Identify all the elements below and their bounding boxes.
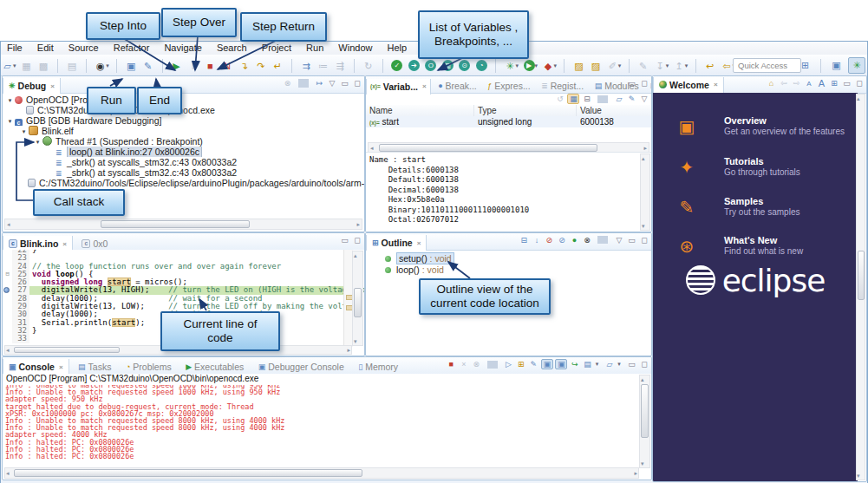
- tree-row-frame-loop[interactable]: ≣loop() at Blink.ino:27 0x800026c: [3, 147, 364, 157]
- reduce-font-icon[interactable]: A: [804, 80, 814, 88]
- menu-source[interactable]: Source: [62, 42, 105, 54]
- view-menu-icon[interactable]: ▽: [614, 236, 624, 245]
- show-on-output-icon[interactable]: ▷: [503, 360, 513, 369]
- menu-navigate[interactable]: Navigate: [158, 42, 207, 54]
- quick-access-field[interactable]: Quick Access: [733, 58, 801, 73]
- sort-icon[interactable]: ↓: [532, 236, 542, 245]
- suspend-icon[interactable]: ‖: [187, 59, 199, 73]
- console-vscrollbar[interactable]: ▴ ▾: [639, 375, 650, 468]
- next-annotation-icon[interactable]: ↧: [655, 59, 666, 73]
- collapse-all-icon[interactable]: ⊟: [582, 95, 592, 103]
- fold-marker-icon[interactable]: ⊟: [3, 271, 12, 278]
- step-return-icon[interactable]: ↵: [272, 59, 284, 73]
- verify-sketch-icon[interactable]: ✓: [391, 60, 402, 71]
- outline-item-loop[interactable]: loop() : void: [366, 264, 651, 276]
- debug-config-icon[interactable]: ◉: [95, 59, 106, 73]
- step-into-icon[interactable]: ↴: [238, 59, 250, 73]
- welcome-vscrollbar[interactable]: ▴ ▾: [856, 94, 865, 480]
- close-icon[interactable]: ×: [62, 240, 67, 248]
- word-wrap-icon[interactable]: ✎: [528, 360, 538, 369]
- forward-icon[interactable]: ⇨: [791, 79, 801, 88]
- collapse-all-icon[interactable]: ⊟: [519, 236, 529, 245]
- maximize-icon[interactable]: ◻: [854, 79, 865, 88]
- show-console-when-stderr-icon[interactable]: ▣: [555, 359, 567, 369]
- new-watch-icon[interactable]: ▱: [614, 95, 624, 103]
- terminate-icon[interactable]: ■: [446, 360, 456, 369]
- maximize-icon[interactable]: ◻: [639, 360, 649, 369]
- open-folder-icon[interactable]: ▨: [573, 59, 584, 73]
- tree-row-gcc-path[interactable]: C:/STM32duino/Tools/Eclipse/eclipse/ardu…: [3, 178, 364, 188]
- show-console-when-stdout-icon[interactable]: ▣: [541, 359, 553, 369]
- variable-details-pane[interactable]: Name : start Details:6000138 Default:600…: [366, 153, 651, 225]
- new-caret-icon[interactable]: ▾: [13, 62, 16, 69]
- remove-terminated-icon[interactable]: ⊗: [282, 79, 292, 88]
- tab-debugger-console[interactable]: ▣Debugger Console: [253, 359, 349, 375]
- tab-registers[interactable]: ≣Regist...: [538, 78, 587, 94]
- disconnect-icon[interactable]: N: [221, 59, 232, 73]
- remove-launch-icon[interactable]: ×: [459, 360, 469, 369]
- maximize-icon[interactable]: ◻: [352, 79, 362, 88]
- terminate-icon[interactable]: ■: [205, 59, 216, 73]
- column-value[interactable]: Value: [577, 105, 649, 116]
- resume-icon[interactable]: ▶: [171, 59, 182, 73]
- menu-window[interactable]: Window: [332, 42, 378, 54]
- remove-all-launches-icon[interactable]: ⊗: [471, 360, 481, 369]
- resource-perspective-icon[interactable]: ▣: [829, 58, 845, 73]
- menu-edit[interactable]: Edit: [31, 42, 60, 54]
- customize-page-icon[interactable]: ⊞: [829, 79, 839, 88]
- tree-row-blink-elf[interactable]: ▾Blink.elf: [3, 126, 364, 136]
- tab-breakpoints[interactable]: ●Break...: [434, 78, 480, 94]
- tab-debug[interactable]: ✳ Debug ×: [3, 78, 61, 94]
- tab-console[interactable]: ▣Console×: [3, 359, 69, 375]
- pin-debug-context-icon[interactable]: ↦: [314, 79, 324, 88]
- close-icon[interactable]: ×: [50, 82, 55, 90]
- trace-icon[interactable]: ⇶: [335, 59, 346, 73]
- new-sketch-icon[interactable]: O: [425, 60, 436, 71]
- view-menu-icon[interactable]: ▽: [327, 79, 337, 88]
- hide-local-types-icon[interactable]: ⊗: [582, 236, 592, 245]
- close-icon[interactable]: ×: [59, 363, 63, 371]
- pin-console-icon[interactable]: ↪: [570, 360, 580, 369]
- console-hscrollbar[interactable]: ◂ ▸: [4, 467, 639, 479]
- show-logical-structure-icon[interactable]: ▦: [567, 94, 579, 104]
- build-icon[interactable]: ▤: [66, 59, 77, 73]
- serial-monitor-icon[interactable]: ◔: [476, 60, 487, 71]
- maximize-icon[interactable]: ◻: [352, 236, 362, 245]
- maximize-icon[interactable]: ◻: [639, 79, 649, 88]
- back-icon[interactable]: ⇦: [721, 59, 733, 73]
- details-vscrollbar[interactable]: ▴ ▾: [640, 153, 650, 231]
- menu-file[interactable]: File: [1, 42, 29, 54]
- run-launch-icon[interactable]: ▶: [524, 60, 535, 71]
- pen-icon[interactable]: ✎: [142, 59, 153, 73]
- new-icon[interactable]: ▱: [2, 59, 13, 73]
- memory-monitor-icon[interactable]: ≔: [317, 59, 329, 73]
- find-board-icon[interactable]: ⊙: [459, 60, 470, 71]
- menu-refactor[interactable]: Refactor: [108, 42, 156, 54]
- debug-hscrollbar[interactable]: ◂ ▸: [4, 219, 362, 230]
- maximize-icon[interactable]: ◻: [639, 236, 649, 245]
- tab-expressions[interactable]: ƒExpres...: [484, 78, 533, 94]
- minimize-icon[interactable]: ▭: [841, 79, 852, 88]
- minimize-icon[interactable]: ▭: [339, 236, 349, 245]
- tree-row-gdb[interactable]: ▾cGDB [GDB Hardware Debugging]: [3, 115, 364, 126]
- refresh-icon[interactable]: ↻: [362, 59, 374, 73]
- upload-sketch-icon[interactable]: ➔: [408, 60, 420, 71]
- mark-occurrences-icon[interactable]: ✎: [637, 59, 649, 73]
- instruction-stepping-icon[interactable]: ⇉: [301, 59, 312, 73]
- column-name[interactable]: Name: [366, 105, 474, 116]
- tab-executables[interactable]: ▶Executables: [180, 359, 249, 375]
- enlarge-font-icon[interactable]: A: [816, 78, 826, 88]
- editor-vscrollbar[interactable]: ▴ ▾: [352, 251, 363, 346]
- close-icon[interactable]: ×: [422, 82, 427, 90]
- home-icon[interactable]: ⌂: [766, 79, 776, 88]
- menu-search[interactable]: Search: [211, 42, 253, 54]
- view-menu-icon[interactable]: ▽: [639, 95, 649, 103]
- minimize-icon[interactable]: ▭: [626, 360, 636, 369]
- prev-annotation-icon[interactable]: ↥: [674, 59, 685, 73]
- hide-non-public-icon[interactable]: ●: [569, 236, 579, 245]
- menu-project[interactable]: Project: [256, 42, 297, 54]
- debug-perspective-icon[interactable]: ✳: [848, 57, 865, 74]
- edit-watch-icon[interactable]: ✎: [626, 95, 636, 103]
- close-icon[interactable]: ×: [417, 239, 421, 247]
- console-window-icon[interactable]: ▣: [126, 59, 137, 73]
